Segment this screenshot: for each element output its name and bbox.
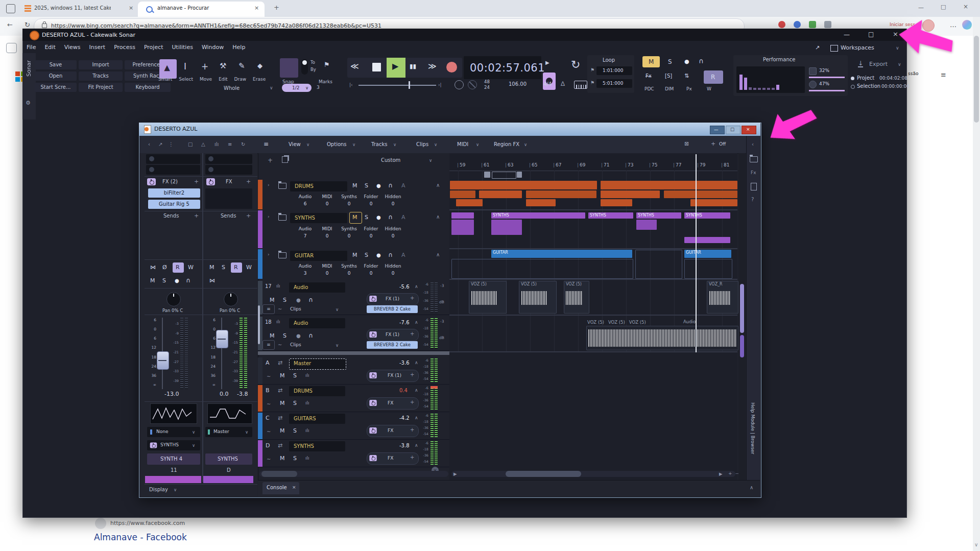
clip-synths[interactable]: SYNTHS (636, 212, 681, 219)
dock-help-icon[interactable]: ? (751, 197, 754, 202)
metronome-mute-icon[interactable] (468, 80, 477, 89)
url-text[interactable]: https://www.bing.com/search?q=almanave&f… (51, 23, 381, 29)
zoom-in-icon[interactable]: + (728, 471, 732, 476)
s2-interleave-icon[interactable]: ⋈ (209, 278, 215, 283)
folder-expand-icon[interactable]: › (268, 252, 270, 257)
slider-start-icon[interactable]: |‹ (349, 83, 353, 87)
s2-mute-label[interactable]: M (209, 265, 214, 270)
bus-envelope-icon[interactable]: ∼ (267, 429, 271, 434)
cakewalk-menubar-item[interactable]: Utilities (172, 44, 193, 51)
mix-solo-label[interactable]: S (668, 59, 672, 65)
s1-interleave-icon[interactable]: ⋈ (150, 265, 156, 270)
loop-end-flag-icon[interactable]: ⚑ (590, 81, 594, 85)
sends2-add-icon[interactable]: + (246, 213, 251, 219)
bus-envelope-icon[interactable]: ∼ (267, 374, 271, 379)
tab-1-close-icon[interactable]: × (129, 5, 133, 11)
clip[interactable] (684, 237, 730, 243)
folder-name-guitar[interactable]: GUITAR (295, 253, 314, 258)
bus-name[interactable]: SYNTHS (294, 444, 314, 449)
track-volume-value[interactable]: -7.6 (399, 320, 410, 325)
aud-engine-icon[interactable] (455, 80, 464, 89)
bus-solo[interactable]: S (293, 428, 297, 434)
bus-solo[interactable]: S (293, 400, 297, 406)
clip[interactable] (636, 220, 657, 230)
tempo-value[interactable]: 106.00 (509, 82, 527, 87)
trackpane-vscroll-thumb[interactable] (258, 305, 260, 344)
cakewalk-menubar-item[interactable]: Process (114, 44, 135, 51)
s1-pan-knob[interactable] (166, 292, 181, 306)
slider-end-icon[interactable]: ›| (438, 83, 442, 87)
track-mute[interactable]: M (270, 297, 275, 303)
folder-headphones-icon[interactable]: ∩ (388, 182, 393, 188)
tv-menu-tracks[interactable]: Tracks (371, 142, 387, 147)
clips-hscroll-thumb[interactable] (506, 471, 581, 477)
fx-plugin-bifilter2[interactable]: biFilter2 (148, 188, 200, 198)
track-collapse-icon[interactable]: ∧ (415, 320, 418, 325)
bus-fx-label[interactable]: FX (388, 456, 393, 461)
tv-off-label[interactable]: Off (719, 142, 726, 147)
bus-volume-value[interactable]: -3.6 (399, 361, 410, 366)
folder-arm-icon[interactable]: ● (376, 253, 381, 258)
track-list-icon[interactable]: ≡ (262, 304, 275, 314)
bus-volume-value[interactable]: 0.4 (399, 388, 408, 393)
s2-fader-track[interactable] (221, 318, 222, 389)
cakewalk-maximize-icon[interactable]: □ (868, 31, 874, 37)
file-buttons-item[interactable]: Import (79, 60, 123, 69)
meter-value[interactable]: 4/4 (543, 82, 552, 87)
s1-fader-thumb[interactable] (157, 351, 169, 370)
folder-headphones-icon[interactable]: ∩ (388, 214, 393, 220)
s1-mute-label[interactable]: M (150, 278, 155, 283)
signin-button-fragment[interactable]: ssão (908, 71, 918, 76)
bus-solo[interactable]: S (293, 456, 297, 461)
cp-list-icon[interactable]: ≡ (228, 142, 232, 147)
track-envelope-icon[interactable]: ∼ (278, 342, 282, 347)
folder-collapse-icon[interactable]: ∧ (436, 214, 440, 220)
tp-duplicate-icon[interactable] (282, 156, 288, 163)
ruler-mode-icon[interactable] (574, 81, 587, 89)
track-fx-power-icon[interactable] (369, 296, 376, 302)
cp-loop-icon[interactable]: ↻ (241, 142, 245, 147)
cp-meter-icon[interactable]: ılı (214, 142, 219, 147)
tv-envelope-icon[interactable]: ⊠ (684, 141, 689, 147)
cakewalk-menubar-item[interactable]: Project (144, 44, 163, 51)
folder-mute[interactable]: M (352, 183, 357, 188)
s2-solo-label[interactable]: S (222, 265, 225, 270)
cp-triangle-icon[interactable]: △ (201, 142, 205, 147)
s1-write-label[interactable]: W (188, 265, 194, 270)
mix-dim[interactable]: DIM (665, 87, 674, 91)
clip-voz-5-[interactable]: VOZ (5) (564, 281, 589, 314)
track-headphones-icon[interactable]: ∩ (308, 297, 313, 303)
folder-arm-icon[interactable]: ● (376, 183, 381, 188)
bus-fx-add-icon[interactable]: + (410, 400, 414, 405)
s2-pan-knob[interactable] (224, 292, 238, 306)
fx2-power-icon[interactable] (206, 178, 215, 185)
bus-mute[interactable]: M (280, 400, 285, 406)
track-list-icon[interactable]: ≡ (262, 340, 275, 350)
clip[interactable] (684, 259, 732, 279)
bus-collapse-icon[interactable]: ∧ (415, 416, 418, 420)
bus-fx-label[interactable]: FX (388, 428, 393, 433)
bus-fx-power-icon[interactable] (369, 427, 376, 434)
tab-1[interactable]: 2025, windows 11, latest Cakewal (34, 6, 111, 11)
track-fx-label[interactable]: FX (1) (386, 332, 399, 337)
file-buttons-item[interactable]: Fit Project (79, 83, 123, 92)
sends1-add-icon[interactable]: + (194, 213, 199, 219)
rack-knob[interactable] (208, 167, 213, 172)
extension-icon-blue[interactable] (794, 21, 801, 28)
clips-vscroll-thumb[interactable] (740, 284, 744, 333)
stop-button[interactable] (372, 63, 381, 71)
bus-collapse-icon[interactable]: ∧ (415, 361, 418, 365)
sidebar-icon[interactable] (6, 43, 17, 53)
display-dropdown[interactable]: Display (149, 487, 168, 492)
track-arm-icon[interactable]: ● (296, 298, 301, 303)
fx1-header[interactable]: FX (2) (162, 179, 178, 184)
s2-fader-thumb[interactable] (216, 330, 228, 348)
result-title-link[interactable]: Almanave - Facebook (94, 533, 187, 542)
mix-fx-bypass[interactable]: Fx (646, 74, 652, 79)
bus-mute[interactable]: M (280, 428, 285, 434)
tp-custom-dropdown[interactable]: Custom (381, 158, 400, 163)
s1-phase-icon[interactable]: Ø (162, 265, 167, 270)
bus-row-drums[interactable]: B ⇄ DRUMS 0.4 ∧ -6-18-36-54 ∼ M S ılı FX… (258, 385, 449, 412)
clip-synths[interactable]: SYNTHS (491, 212, 585, 219)
clip-voz-r[interactable]: VOZ_R (707, 281, 738, 314)
